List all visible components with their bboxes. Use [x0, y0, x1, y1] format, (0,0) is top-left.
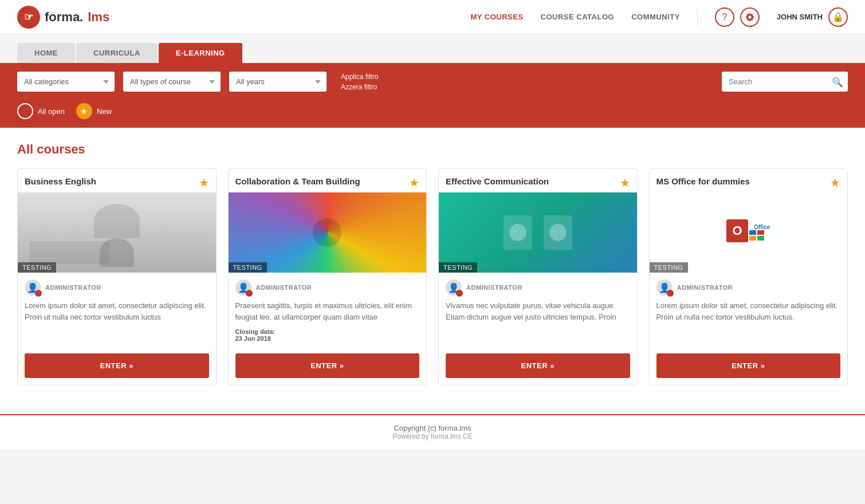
nav-course-catalog[interactable]: COURSE CATALOG [541, 13, 615, 21]
card-header-3: Effective Communication ★ [439, 169, 637, 192]
reset-filter-link[interactable]: Azzera filtro [341, 83, 378, 91]
card-image-bg-2 [229, 192, 427, 273]
card-image-bg-3 [439, 192, 637, 273]
user-section: JOHN SMITH 🔒 [777, 7, 848, 27]
card-badge-4: TESTING [650, 262, 688, 273]
svg-rect-3 [749, 230, 756, 235]
enter-btn-4[interactable]: ENTER » [656, 353, 841, 378]
gear-icon [745, 12, 755, 22]
toggle-all-open[interactable]: All open [17, 103, 65, 119]
tab-home[interactable]: HOME [17, 43, 75, 63]
card-header-1: Business English ★ [18, 169, 216, 192]
nav-my-courses[interactable]: MY COURSES [470, 13, 523, 21]
favorite-btn-2[interactable]: ★ [409, 176, 419, 190]
closing-date-2: Closing data: 23 Jun 2018 [235, 328, 420, 342]
user-name: JOHN SMITH [777, 13, 823, 21]
closing-date-label-2: Closing data: [235, 328, 276, 335]
card-footer-4: ENTER » [650, 353, 848, 385]
course-card-business-english: Business English ★ TESTING 👤 ADMINISTRAT… [17, 168, 217, 385]
author-row-1: 👤 ADMINISTRATOR [25, 279, 209, 296]
search-button[interactable]: 🔍 [832, 76, 843, 87]
tab-curricula[interactable]: CURRICULA [76, 43, 158, 63]
enter-btn-2[interactable]: ENTER » [235, 353, 420, 378]
new-star-icon: ★ [76, 103, 92, 119]
card-desc-4: Lorem ipsum dolor sit amet, consectetur … [656, 300, 841, 341]
tab-elearning[interactable]: E-LEARNING [159, 43, 242, 63]
svg-rect-4 [757, 230, 764, 235]
card-title-4: MS Office for dummies [656, 176, 826, 187]
card-badge-2: TESTING [229, 262, 267, 273]
svg-rect-5 [749, 236, 756, 241]
nav-icons: ? [715, 7, 760, 27]
toggle-new[interactable]: ★ New [76, 103, 112, 119]
logo-icon: ☞ [17, 6, 40, 29]
help-icon-btn[interactable]: ? [715, 7, 734, 27]
card-desc-2: Praesent sagittis, turpis et maximus ult… [235, 300, 420, 322]
card-footer-2: ENTER » [229, 353, 427, 385]
card-image-bg-1 [18, 192, 216, 273]
all-open-circle-icon [17, 103, 33, 119]
courses-grid: Business English ★ TESTING 👤 ADMINISTRAT… [17, 168, 848, 385]
card-title-3: Effective Communication [446, 176, 615, 187]
card-footer-1: ENTER » [18, 353, 216, 385]
author-avatar-4: 👤 [656, 279, 673, 296]
closing-date-value-2: 23 Jun 2018 [235, 335, 271, 342]
search-input[interactable] [722, 72, 848, 92]
author-name-3: ADMINISTRATOR [466, 284, 522, 291]
author-avatar-3: 👤 [446, 279, 462, 296]
card-header-4: MS Office for dummies ★ [650, 169, 848, 192]
card-body-2: 👤 ADMINISTRATOR Praesent sagittis, turpi… [229, 273, 427, 353]
card-image-bg-4: O Office [650, 192, 848, 273]
main-content: All courses Business English ★ TESTING 👤 [0, 128, 865, 414]
card-header-2: Collaboration & Team Building ★ [229, 169, 427, 192]
logo[interactable]: ☞ forma.lms [17, 6, 109, 29]
card-body-3: 👤 ADMINISTRATOR Vivamus nec vulputate pu… [439, 273, 637, 353]
author-name-4: ADMINISTRATOR [677, 284, 733, 291]
section-title: All courses [17, 142, 848, 157]
filter-links: Applica filtro Azzera filtro [341, 73, 378, 91]
apply-filter-link[interactable]: Applica filtro [341, 73, 378, 81]
favorite-btn-3[interactable]: ★ [620, 176, 630, 190]
logo-forma: forma. [45, 10, 83, 25]
tabs-container: HOME CURRICULA E-LEARNING [0, 34, 865, 63]
main-nav: MY COURSES COURSE CATALOG COMMUNITY ? JO… [470, 7, 848, 27]
nav-community[interactable]: COMMUNITY [631, 13, 680, 21]
course-card-effective-communication: Effective Communication ★ TESTING 👤 [438, 168, 638, 385]
nav-divider [697, 9, 698, 26]
author-badge-icon-1 [35, 290, 42, 297]
svg-text:Office: Office [754, 224, 770, 230]
settings-icon-btn[interactable] [740, 7, 760, 27]
favorite-btn-4[interactable]: ★ [830, 176, 840, 190]
enter-btn-3[interactable]: ENTER » [446, 353, 630, 378]
author-name-1: ADMINISTRATOR [45, 284, 101, 291]
card-badge-3: TESTING [439, 262, 477, 273]
card-image-3: TESTING [439, 192, 637, 273]
course-card-ms-office: MS Office for dummies ★ O Office [649, 168, 848, 385]
card-image-2: TESTING [229, 192, 427, 273]
filter-bar: All categories All types of course All y… [0, 63, 865, 100]
author-row-4: 👤 ADMINISTRATOR [656, 279, 841, 296]
footer-copyright: Copyright (c) forma.lms [9, 424, 856, 432]
user-avatar[interactable]: 🔒 [828, 7, 848, 27]
favorite-btn-1[interactable]: ★ [199, 176, 209, 190]
author-avatar-1: 👤 [25, 279, 41, 296]
svg-text:O: O [733, 223, 742, 238]
card-image-4: O Office TESTING [650, 192, 848, 273]
course-type-select[interactable]: All types of course [123, 72, 221, 92]
footer: Copyright (c) forma.lms Powered by forma… [0, 414, 865, 449]
svg-rect-6 [757, 236, 764, 241]
card-badge-1: TESTING [18, 262, 56, 273]
card-desc-3: Vivamus nec vulputate purus, vitae vehic… [446, 300, 630, 341]
years-select[interactable]: All years [229, 72, 327, 92]
categories-select[interactable]: All categories [17, 72, 115, 92]
card-title-2: Collaboration & Team Building [235, 176, 405, 187]
card-body-1: 👤 ADMINISTRATOR Lorem ipsum dolor sit am… [18, 273, 216, 353]
logo-lms: lms [88, 10, 109, 25]
footer-powered: Powered by forma.lms CE [9, 432, 856, 440]
author-row-3: 👤 ADMINISTRATOR [446, 279, 630, 296]
card-footer-3: ENTER » [439, 353, 637, 385]
card-desc-1: Lorem ipsum dolor sit amet, consectetur … [25, 300, 209, 341]
author-badge-icon-4 [667, 290, 674, 297]
author-row-2: 👤 ADMINISTRATOR [235, 279, 420, 296]
enter-btn-1[interactable]: ENTER » [25, 353, 209, 378]
